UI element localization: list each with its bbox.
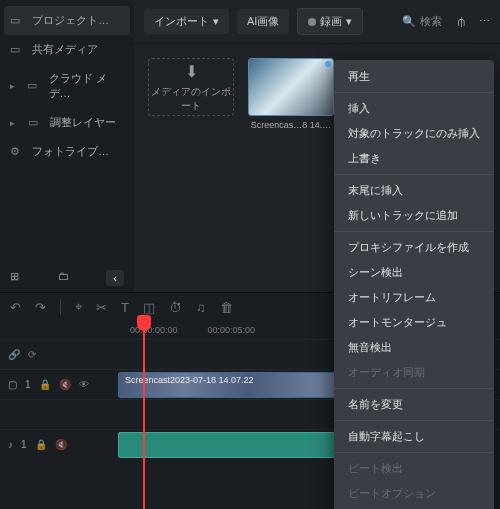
thumbnail-image [248, 58, 334, 116]
ctx-item[interactable]: 末尾に挿入 [334, 178, 494, 203]
media-toolbar: インポート ▾ AI画像 録画 ▾ 🔍検索 ⫛ ⋯ [134, 0, 500, 44]
music-tool[interactable]: ♫ [196, 300, 206, 315]
new-folder-icon[interactable]: ⊞ [10, 270, 24, 284]
folder-icon: ▭ [28, 116, 42, 130]
ctx-item[interactable]: プロキシファイルを作成 [334, 235, 494, 260]
link-icon[interactable]: 🔗 [8, 349, 20, 360]
ctx-item: ビートオプション [334, 481, 494, 506]
ctx-item[interactable]: 自動字幕起こし [334, 424, 494, 449]
menu-separator [334, 420, 494, 421]
undo-button[interactable]: ↶ [10, 300, 21, 315]
ctx-item[interactable]: シーン検出 [334, 260, 494, 285]
sidebar-item-label: クラウド メデ… [49, 71, 124, 101]
sidebar-item-project[interactable]: ▭ プロジェクト… [4, 6, 130, 35]
search-icon: 🔍 [402, 15, 416, 28]
sidebar-item-adjust[interactable]: ▸ ▭ 調整レイヤー [0, 108, 134, 137]
sidebar: ▭ プロジェクト… ▭ 共有メディア ▸ ▭ クラウド メデ… ▸ ▭ 調整レイ… [0, 0, 134, 292]
sidebar-item-cloud[interactable]: ▸ ▭ クラウド メデ… [0, 64, 134, 108]
ai-image-button[interactable]: AI画像 [237, 9, 289, 34]
ctx-item[interactable]: 再生 [334, 64, 494, 89]
playhead[interactable] [143, 321, 145, 509]
ctx-item[interactable]: 上書き [334, 146, 494, 171]
ctx-item: オーディオ同期 [334, 360, 494, 385]
sidebar-item-label: 調整レイヤー [50, 115, 116, 130]
filter-icon[interactable]: ⫛ [456, 16, 467, 28]
video-icon: ▢ [8, 379, 17, 390]
sidebar-item-photolib[interactable]: ⚙ フォトライブ… [0, 137, 134, 166]
sidebar-item-label: フォトライブ… [32, 144, 109, 159]
menu-separator [334, 452, 494, 453]
crop-tool[interactable]: ◫ [143, 300, 155, 315]
ctx-item[interactable]: オートモンタージュ [334, 310, 494, 335]
chevron-down-icon: ▾ [346, 15, 352, 28]
more-icon[interactable]: ⋯ [479, 15, 490, 28]
lock-icon[interactable]: 🔒 [35, 439, 47, 450]
mute-icon[interactable]: 🔇 [59, 379, 71, 390]
refresh-icon[interactable]: ⟳ [28, 349, 36, 360]
record-button[interactable]: 録画 ▾ [297, 8, 363, 35]
ctx-item[interactable]: 対象のトラックにのみ挿入 [334, 121, 494, 146]
speed-tool[interactable]: ⏱ [169, 300, 182, 315]
text-tool[interactable]: T [121, 300, 129, 315]
trash-tool[interactable]: 🗑 [220, 300, 233, 315]
folder-icon: ▭ [10, 14, 24, 28]
gear-icon: ⚙ [10, 145, 24, 159]
folder-icon: ▭ [27, 79, 40, 93]
ctx-item[interactable]: 新しいトラックに追加 [334, 203, 494, 228]
menu-separator [334, 174, 494, 175]
sidebar-item-label: プロジェクト… [32, 13, 109, 28]
ctx-item[interactable]: 名前を変更 [334, 392, 494, 417]
pointer-tool[interactable]: ⌖ [75, 299, 82, 315]
chevron-right-icon: ▸ [10, 81, 19, 91]
audio-icon: ♪ [8, 439, 13, 450]
menu-separator [334, 388, 494, 389]
sidebar-item-label: 共有メディア [32, 42, 98, 57]
search-input[interactable]: 🔍検索 [402, 14, 442, 29]
chevron-down-icon: ▾ [213, 15, 219, 28]
menu-separator [334, 92, 494, 93]
context-menu: 再生挿入対象のトラックにのみ挿入上書き末尾に挿入新しいトラックに追加プロキシファ… [334, 60, 494, 509]
ctx-item[interactable]: 無音検出 [334, 335, 494, 360]
visibility-icon[interactable]: 👁 [79, 379, 89, 390]
ctx-item[interactable]: 挿入 [334, 96, 494, 121]
chevron-right-icon: ▸ [10, 118, 20, 128]
media-thumbnail[interactable]: Screencas…8 14.… [248, 58, 334, 130]
lock-icon[interactable]: 🔒 [39, 379, 51, 390]
ctx-item: ビート検出 [334, 456, 494, 481]
import-button[interactable]: インポート ▾ [144, 9, 229, 34]
folder-icon: ▭ [10, 43, 24, 57]
sidebar-item-shared[interactable]: ▭ 共有メディア [0, 35, 134, 64]
record-dot-icon [308, 18, 316, 26]
mute-icon[interactable]: 🔇 [55, 439, 67, 450]
collapse-sidebar-button[interactable]: ‹ [106, 270, 124, 286]
trash-icon[interactable]: 🗀 [58, 270, 72, 284]
import-media-card[interactable]: ⬇ メディアのインポート [148, 58, 234, 116]
ctx-item[interactable]: オートリフレーム [334, 285, 494, 310]
download-icon: ⬇ [185, 62, 198, 81]
cut-tool[interactable]: ✂ [96, 300, 107, 315]
menu-separator [334, 231, 494, 232]
thumbnail-label: Screencas…8 14.… [248, 120, 334, 130]
redo-button[interactable]: ↷ [35, 300, 46, 315]
